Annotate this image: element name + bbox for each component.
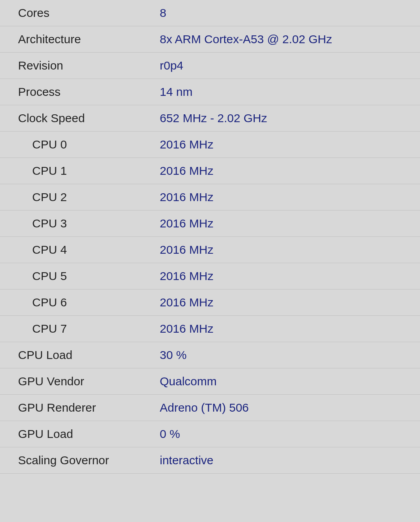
info-value: 2016 MHz [160, 164, 420, 178]
info-label: Cores [0, 6, 160, 20]
info-row-cpu-2[interactable]: CPU 2 2016 MHz [0, 184, 420, 211]
info-row-cpu-1[interactable]: CPU 1 2016 MHz [0, 158, 420, 184]
info-label: CPU 0 [0, 138, 160, 151]
info-label: CPU 5 [0, 269, 160, 283]
info-value: interactive [160, 454, 420, 467]
info-value: 652 MHz - 2.02 GHz [160, 112, 420, 125]
info-value: 2016 MHz [160, 296, 420, 309]
info-label: GPU Vendor [0, 375, 160, 388]
info-row-clock-speed[interactable]: Clock Speed 652 MHz - 2.02 GHz [0, 105, 420, 132]
info-row-cpu-4[interactable]: CPU 4 2016 MHz [0, 237, 420, 263]
info-label: CPU Load [0, 348, 160, 362]
info-value: 2016 MHz [160, 217, 420, 230]
system-info-list: Cores 8 Architecture 8x ARM Cortex-A53 @… [0, 0, 420, 474]
info-label: CPU 3 [0, 217, 160, 230]
info-label: CPU 6 [0, 296, 160, 309]
info-value: 8x ARM Cortex-A53 @ 2.02 GHz [160, 33, 420, 46]
info-row-revision[interactable]: Revision r0p4 [0, 53, 420, 79]
info-label: Process [0, 85, 160, 99]
info-value: 30 % [160, 348, 420, 362]
info-row-cpu-0[interactable]: CPU 0 2016 MHz [0, 132, 420, 158]
info-value: 2016 MHz [160, 269, 420, 283]
info-value: 2016 MHz [160, 322, 420, 335]
info-label: Revision [0, 59, 160, 72]
info-label: Clock Speed [0, 112, 160, 125]
info-row-gpu-load[interactable]: GPU Load 0 % [0, 421, 420, 447]
info-row-architecture[interactable]: Architecture 8x ARM Cortex-A53 @ 2.02 GH… [0, 26, 420, 53]
info-label: Scaling Governor [0, 454, 160, 467]
info-row-cpu-5[interactable]: CPU 5 2016 MHz [0, 263, 420, 289]
info-value: 2016 MHz [160, 138, 420, 151]
info-row-cpu-6[interactable]: CPU 6 2016 MHz [0, 289, 420, 316]
info-value: 2016 MHz [160, 243, 420, 256]
info-row-cores[interactable]: Cores 8 [0, 0, 420, 26]
info-value: Adreno (TM) 506 [160, 401, 420, 414]
info-row-cpu-3[interactable]: CPU 3 2016 MHz [0, 211, 420, 237]
info-row-process[interactable]: Process 14 nm [0, 79, 420, 105]
info-label: Architecture [0, 33, 160, 46]
info-value: 8 [160, 6, 420, 20]
info-label: GPU Load [0, 427, 160, 441]
info-label: CPU 4 [0, 243, 160, 256]
info-row-cpu-load[interactable]: CPU Load 30 % [0, 342, 420, 368]
info-label: CPU 1 [0, 164, 160, 178]
info-value: 2016 MHz [160, 190, 420, 204]
info-row-cpu-7[interactable]: CPU 7 2016 MHz [0, 316, 420, 342]
info-row-scaling-governor[interactable]: Scaling Governor interactive [0, 447, 420, 474]
info-label: GPU Renderer [0, 401, 160, 414]
info-label: CPU 7 [0, 322, 160, 335]
info-value: 0 % [160, 427, 420, 441]
info-value: r0p4 [160, 59, 420, 72]
info-value: Qualcomm [160, 375, 420, 388]
info-value: 14 nm [160, 85, 420, 99]
info-row-gpu-vendor[interactable]: GPU Vendor Qualcomm [0, 368, 420, 395]
info-label: CPU 2 [0, 190, 160, 204]
info-row-gpu-renderer[interactable]: GPU Renderer Adreno (TM) 506 [0, 395, 420, 421]
